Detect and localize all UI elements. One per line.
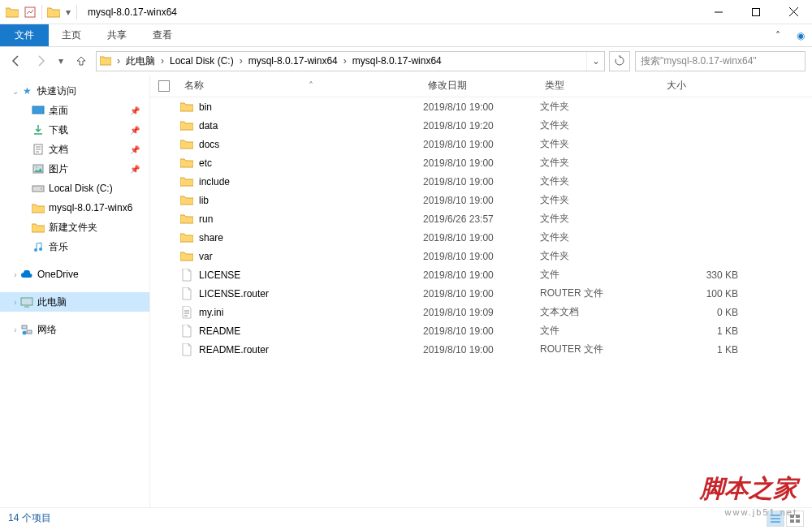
sidebar-item-label: Local Disk (C:) bbox=[49, 183, 113, 194]
breadcrumb-seg[interactable]: 此电脑 bbox=[123, 52, 158, 71]
watermark: 脚本之家 bbox=[700, 472, 797, 506]
folder-icon bbox=[3, 3, 21, 21]
column-name[interactable]: 名称˄ bbox=[179, 75, 423, 97]
network-icon bbox=[19, 325, 34, 335]
file-date: 2019/8/10 19:09 bbox=[423, 307, 540, 318]
divider bbox=[41, 5, 42, 19]
item-icon bbox=[31, 144, 45, 155]
file-size: 1 KB bbox=[662, 325, 738, 337]
file-row[interactable]: run2019/6/26 23:57文件夹 bbox=[150, 209, 812, 228]
sidebar-item[interactable]: 文档📌 bbox=[0, 140, 149, 159]
file-name: my.ini bbox=[199, 307, 423, 318]
forward-button[interactable] bbox=[31, 51, 50, 71]
file-name: docs bbox=[199, 139, 423, 150]
chevron-right-icon[interactable]: › bbox=[237, 55, 245, 67]
content-area: 名称˄ 修改日期 类型 大小 bin2019/8/10 19:00文件夹data… bbox=[150, 75, 812, 507]
sidebar-item[interactable]: 下载📌 bbox=[0, 120, 149, 140]
file-row[interactable]: var2019/8/10 19:00文件夹 bbox=[150, 247, 812, 265]
ribbon-tab-home[interactable]: 主页 bbox=[49, 24, 94, 46]
sidebar-item-label: 文档 bbox=[49, 143, 68, 157]
sidebar-this-pc[interactable]: › 此电脑 bbox=[0, 292, 149, 312]
file-row[interactable]: include2019/8/10 19:00文件夹 bbox=[150, 172, 812, 191]
folder-icon bbox=[97, 56, 114, 66]
file-row[interactable]: bin2019/8/10 19:00文件夹 bbox=[150, 97, 812, 116]
column-type[interactable]: 类型 bbox=[540, 75, 662, 97]
minimize-button[interactable] bbox=[700, 0, 737, 24]
sidebar-quick-access[interactable]: ⌄ ★ 快速访问 bbox=[0, 81, 149, 101]
file-row[interactable]: docs2019/8/10 19:00文件夹 bbox=[150, 135, 812, 153]
status-bar: 14 个项目 bbox=[0, 507, 812, 528]
select-all-checkbox[interactable] bbox=[158, 80, 170, 92]
sidebar-item-label: 网络 bbox=[37, 323, 57, 337]
qat-properties-button[interactable] bbox=[21, 3, 39, 21]
ribbon-tab-view[interactable]: 查看 bbox=[140, 24, 185, 46]
sidebar-item[interactable]: Local Disk (C:) bbox=[0, 179, 149, 198]
sidebar-item[interactable]: 桌面📌 bbox=[0, 101, 149, 120]
sidebar-item[interactable]: 新建文件夹 bbox=[0, 218, 149, 237]
file-row[interactable]: etc2019/8/10 19:00文件夹 bbox=[150, 153, 812, 172]
close-button[interactable] bbox=[775, 0, 812, 24]
chevron-right-icon[interactable]: › bbox=[114, 55, 123, 67]
folder-icon bbox=[179, 251, 194, 261]
file-row[interactable]: LICENSE2019/8/10 19:00文件330 KB bbox=[150, 265, 812, 284]
svg-point-7 bbox=[41, 188, 42, 190]
back-button[interactable] bbox=[6, 51, 26, 71]
maximize-button[interactable] bbox=[737, 0, 775, 24]
ribbon-file-tab[interactable]: 文件 bbox=[0, 24, 49, 46]
ribbon-tab-share[interactable]: 共享 bbox=[94, 24, 140, 46]
sidebar-item[interactable]: 音乐 bbox=[0, 237, 149, 256]
folder-icon bbox=[179, 232, 194, 243]
breadcrumb-seg[interactable]: Local Disk (C:) bbox=[166, 52, 237, 71]
column-size[interactable]: 大小 bbox=[662, 75, 743, 97]
sidebar-network[interactable]: › 网络 bbox=[0, 320, 149, 339]
svg-point-9 bbox=[39, 248, 42, 251]
chevron-right-icon[interactable]: › bbox=[341, 55, 349, 67]
chevron-right-icon[interactable]: › bbox=[158, 55, 166, 67]
item-icon bbox=[31, 241, 45, 252]
ribbon-expand-button[interactable]: ˄ bbox=[767, 24, 789, 46]
svg-rect-11 bbox=[22, 325, 27, 329]
file-type: 文件夹 bbox=[540, 100, 662, 114]
up-button[interactable] bbox=[71, 51, 91, 71]
file-name: bin bbox=[199, 101, 423, 113]
file-row[interactable]: data2019/8/10 19:20文件夹 bbox=[150, 116, 812, 135]
column-date[interactable]: 修改日期 bbox=[423, 75, 540, 97]
file-type: ROUTER 文件 bbox=[540, 287, 662, 300]
history-dropdown[interactable]: ⌄ bbox=[586, 52, 604, 71]
watermark-url: www.jb51.net bbox=[725, 507, 797, 517]
file-row[interactable]: my.ini2019/8/10 19:09文本文档0 KB bbox=[150, 303, 812, 321]
breadcrumb-seg[interactable]: mysql-8.0.17-winx64 bbox=[245, 52, 341, 71]
svg-rect-12 bbox=[27, 330, 32, 334]
item-icon bbox=[31, 106, 45, 115]
file-row[interactable]: LICENSE.router2019/8/10 19:00ROUTER 文件10… bbox=[150, 284, 812, 303]
file-row[interactable]: README2019/8/10 19:00文件1 KB bbox=[150, 321, 812, 340]
sidebar-item-label: OneDrive bbox=[37, 269, 79, 280]
svg-rect-16 bbox=[790, 519, 794, 523]
folder-icon bbox=[179, 157, 194, 168]
svg-point-8 bbox=[34, 248, 37, 252]
file-type: 文件夹 bbox=[540, 118, 662, 132]
search-input[interactable]: 搜索"mysql-8.0.17-winx64" bbox=[635, 51, 806, 71]
recent-button[interactable]: ▾ bbox=[55, 51, 67, 71]
file-row[interactable]: share2019/8/10 19:00文件夹 bbox=[150, 228, 812, 247]
file-name: lib bbox=[199, 195, 423, 206]
breadcrumb-seg[interactable]: mysql-8.0.17-winx64 bbox=[349, 52, 445, 71]
refresh-button[interactable] bbox=[609, 51, 630, 71]
help-button[interactable]: ◉ bbox=[789, 24, 812, 46]
file-size: 330 KB bbox=[662, 269, 738, 281]
sidebar-item-label: 桌面 bbox=[49, 104, 68, 118]
sidebar-item[interactable]: 图片📌 bbox=[0, 159, 149, 179]
star-icon: ★ bbox=[19, 85, 34, 97]
qat-dropdown[interactable]: ▾ bbox=[63, 3, 74, 21]
file-row[interactable]: lib2019/8/10 19:00文件夹 bbox=[150, 191, 812, 209]
sidebar-item[interactable]: mysql-8.0.17-winx6 bbox=[0, 198, 149, 218]
file-date: 2019/6/26 23:57 bbox=[423, 213, 540, 225]
sidebar-item-label: 音乐 bbox=[49, 240, 68, 254]
file-row[interactable]: README.router2019/8/10 19:00ROUTER 文件1 K… bbox=[150, 340, 812, 359]
divider bbox=[76, 5, 77, 19]
sidebar-onedrive[interactable]: › OneDrive bbox=[0, 265, 149, 284]
breadcrumb[interactable]: › 此电脑 › Local Disk (C:) › mysql-8.0.17-w… bbox=[96, 51, 605, 71]
window-title: mysql-8.0.17-winx64 bbox=[83, 6, 177, 18]
folder-icon bbox=[179, 195, 194, 205]
file-date: 2019/8/10 19:00 bbox=[423, 269, 540, 281]
